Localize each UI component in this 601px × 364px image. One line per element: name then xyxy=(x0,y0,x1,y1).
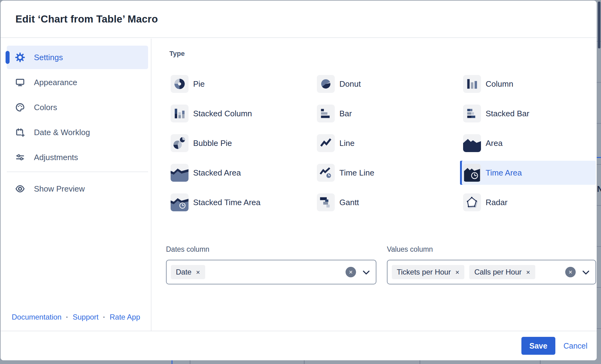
background-page-bottom-strip xyxy=(0,360,601,364)
chart-type-area[interactable]: Area xyxy=(460,131,596,155)
radar-chart-icon xyxy=(463,193,481,211)
chart-type-label: Line xyxy=(339,139,354,148)
remove-tag-icon[interactable]: ✕ xyxy=(526,269,530,276)
link-separator: · xyxy=(103,313,106,321)
remove-tag-icon[interactable]: ✕ xyxy=(196,269,200,276)
field-dates-column: Dates columnDate✕✕ xyxy=(166,245,376,284)
sidebar-item-date-and-worklog[interactable]: Date & Worklog xyxy=(7,121,148,144)
calendar-plus-icon xyxy=(15,127,25,138)
chart-type-bubble-pie[interactable]: Bubble Pie xyxy=(168,131,303,155)
sidebar-item-settings[interactable]: Settings xyxy=(7,46,148,69)
chart-type-pie[interactable]: Pie xyxy=(168,72,303,96)
dialog-header: Edit ‘Chart from Table’ Macro xyxy=(1,1,597,38)
link-rate-app[interactable]: Rate App xyxy=(110,313,140,321)
stacked-area-chart-icon xyxy=(171,164,189,182)
selected-option-tag: Calls per Hour✕ xyxy=(469,265,535,279)
sidebar-item-show-preview[interactable]: Show Preview xyxy=(7,177,148,201)
sidebar-item-label: Settings xyxy=(34,53,63,62)
background-text-fragment: N xyxy=(597,184,601,194)
stacked-column-chart-icon xyxy=(171,105,189,122)
sidebar: SettingsAppearanceColorsDate & WorklogAd… xyxy=(1,39,151,331)
tag-label: Calls per Hour xyxy=(474,268,521,276)
page-scrollbar[interactable] xyxy=(598,2,600,48)
sidebar-divider xyxy=(7,172,148,172)
sidebar-item-label: Appearance xyxy=(34,78,77,87)
eye-icon xyxy=(15,184,25,194)
chart-type-label: Donut xyxy=(339,79,361,89)
chart-type-label: Stacked Time Area xyxy=(193,198,260,207)
chart-type-line[interactable]: Line xyxy=(314,131,450,155)
save-button[interactable]: Save xyxy=(521,337,555,355)
stacked-bar-chart-icon xyxy=(463,105,481,122)
chart-type-label: Stacked Column xyxy=(193,109,252,118)
sliders-icon xyxy=(15,152,25,163)
line-chart-icon xyxy=(317,134,335,152)
donut-chart-icon xyxy=(317,75,335,93)
area-chart-icon xyxy=(463,134,481,152)
chart-type-stacked-area[interactable]: Stacked Area xyxy=(168,161,303,185)
background-page-right-strip: N xyxy=(597,0,601,364)
time-line-chart-icon xyxy=(317,164,335,182)
link-documentation[interactable]: Documentation xyxy=(12,313,61,321)
chart-type-bar[interactable]: Bar xyxy=(314,101,450,126)
bubble-pie-chart-icon xyxy=(171,134,189,152)
sidebar-item-adjustments[interactable]: Adjustments xyxy=(7,146,148,169)
chart-type-label: Stacked Area xyxy=(193,168,241,178)
link-support[interactable]: Support xyxy=(73,313,98,321)
sidebar-item-colors[interactable]: Colors xyxy=(7,96,148,119)
palette-icon xyxy=(15,102,25,113)
clear-selection-icon[interactable]: ✕ xyxy=(346,267,356,277)
remove-tag-icon[interactable]: ✕ xyxy=(455,269,459,276)
chart-type-time-line[interactable]: Time Line xyxy=(314,161,450,185)
sidebar-item-label: Adjustments xyxy=(34,153,78,162)
dates-column-select[interactable]: Date✕✕ xyxy=(166,260,376,284)
chevron-down-icon[interactable] xyxy=(363,271,370,275)
dialog-footer: Save Cancel xyxy=(1,331,597,360)
screen: N Edit ‘Chart from Table’ Macro Settings… xyxy=(0,0,601,364)
chart-type-label: Time Area xyxy=(486,168,522,178)
field-label: Dates column xyxy=(166,245,376,254)
chart-type-stacked-bar[interactable]: Stacked Bar xyxy=(460,101,596,126)
selected-option-tag: Tickets per Hour✕ xyxy=(392,265,464,279)
stacked-time-area-chart-icon xyxy=(171,193,189,211)
sidebar-item-label: Colors xyxy=(34,103,57,112)
clear-selection-icon[interactable]: ✕ xyxy=(565,267,576,277)
chart-type-label: Area xyxy=(486,139,503,148)
chart-type-label: Bubble Pie xyxy=(193,139,232,148)
tag-label: Tickets per Hour xyxy=(397,268,451,276)
chart-type-radar[interactable]: Radar xyxy=(460,190,596,214)
sidebar-item-appearance[interactable]: Appearance xyxy=(7,71,148,94)
sidebar-item-label: Show Preview xyxy=(34,184,85,194)
bar-chart-icon xyxy=(317,105,335,122)
chart-type-donut[interactable]: Donut xyxy=(314,72,450,96)
pie-chart-icon xyxy=(171,75,189,93)
gear-icon xyxy=(15,52,25,63)
chart-type-stacked-time-area[interactable]: Stacked Time Area xyxy=(168,190,303,214)
field-values-column: Values columnTickets per Hour✕Calls per … xyxy=(387,245,596,284)
active-indicator xyxy=(6,51,10,64)
chevron-down-icon[interactable] xyxy=(582,271,589,275)
chart-type-grid: PieDonutColumnStacked ColumnBarStacked B… xyxy=(168,72,597,214)
column-chart-icon xyxy=(463,75,481,93)
settings-panel: Type PieDonutColumnStacked ColumnBarStac… xyxy=(151,39,597,331)
chart-type-label: Pie xyxy=(193,79,205,89)
chart-type-time-area[interactable]: Time Area xyxy=(460,161,596,185)
link-separator: · xyxy=(66,313,68,321)
sidebar-item-label: Date & Worklog xyxy=(34,128,90,137)
footer-links: Documentation·Support·Rate App xyxy=(12,313,140,321)
monitor-icon xyxy=(15,77,25,88)
cancel-button[interactable]: Cancel xyxy=(563,341,587,350)
dialog-title: Edit ‘Chart from Table’ Macro xyxy=(15,13,158,25)
chart-type-label: Stacked Bar xyxy=(486,109,529,118)
chart-type-label: Time Line xyxy=(339,168,374,178)
chart-type-gantt[interactable]: Gantt xyxy=(314,190,450,214)
tag-label: Date xyxy=(176,268,192,276)
chart-type-stacked-column[interactable]: Stacked Column xyxy=(168,101,303,126)
column-fields: Dates columnDate✕✕Values columnTickets p… xyxy=(166,245,596,284)
field-label: Values column xyxy=(387,245,596,254)
gantt-chart-icon xyxy=(317,193,335,211)
chart-type-column[interactable]: Column xyxy=(460,72,596,96)
values-column-select[interactable]: Tickets per Hour✕Calls per Hour✕✕ xyxy=(387,260,596,284)
chart-type-label: Radar xyxy=(486,198,508,207)
chart-type-label: Gantt xyxy=(339,198,359,207)
